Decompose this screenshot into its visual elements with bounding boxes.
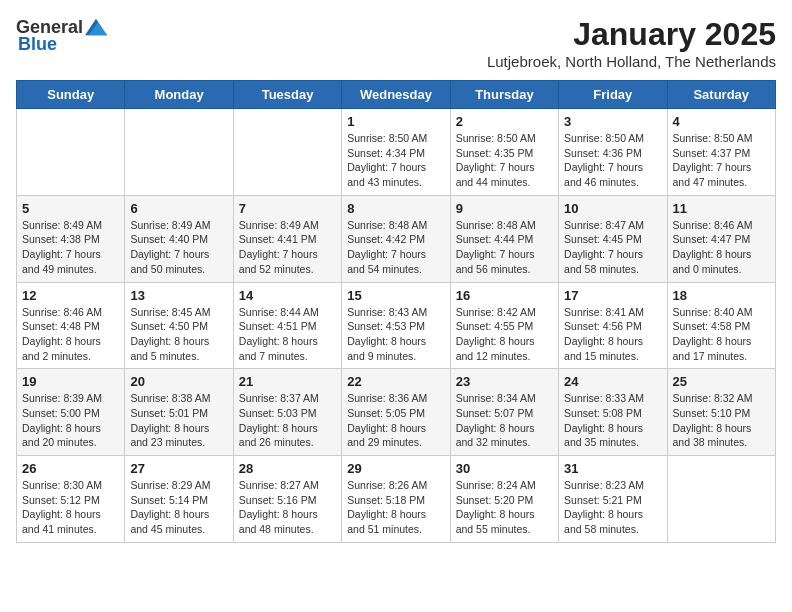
calendar-cell: 13Sunrise: 8:45 AM Sunset: 4:50 PM Dayli… xyxy=(125,282,233,369)
day-number: 9 xyxy=(456,201,553,216)
calendar-cell: 28Sunrise: 8:27 AM Sunset: 5:16 PM Dayli… xyxy=(233,456,341,543)
day-info: Sunrise: 8:29 AM Sunset: 5:14 PM Dayligh… xyxy=(130,478,227,537)
calendar-cell: 19Sunrise: 8:39 AM Sunset: 5:00 PM Dayli… xyxy=(17,369,125,456)
calendar-cell: 21Sunrise: 8:37 AM Sunset: 5:03 PM Dayli… xyxy=(233,369,341,456)
day-info: Sunrise: 8:32 AM Sunset: 5:10 PM Dayligh… xyxy=(673,391,770,450)
day-info: Sunrise: 8:23 AM Sunset: 5:21 PM Dayligh… xyxy=(564,478,661,537)
day-number: 19 xyxy=(22,374,119,389)
logo: General Blue xyxy=(16,16,107,55)
weekday-header-sunday: Sunday xyxy=(17,81,125,109)
day-number: 2 xyxy=(456,114,553,129)
calendar-cell: 4Sunrise: 8:50 AM Sunset: 4:37 PM Daylig… xyxy=(667,109,775,196)
calendar-week-row: 5Sunrise: 8:49 AM Sunset: 4:38 PM Daylig… xyxy=(17,195,776,282)
calendar-week-row: 26Sunrise: 8:30 AM Sunset: 5:12 PM Dayli… xyxy=(17,456,776,543)
calendar-cell: 1Sunrise: 8:50 AM Sunset: 4:34 PM Daylig… xyxy=(342,109,450,196)
day-info: Sunrise: 8:27 AM Sunset: 5:16 PM Dayligh… xyxy=(239,478,336,537)
weekday-header-wednesday: Wednesday xyxy=(342,81,450,109)
day-number: 18 xyxy=(673,288,770,303)
day-info: Sunrise: 8:50 AM Sunset: 4:36 PM Dayligh… xyxy=(564,131,661,190)
day-number: 1 xyxy=(347,114,444,129)
calendar-week-row: 1Sunrise: 8:50 AM Sunset: 4:34 PM Daylig… xyxy=(17,109,776,196)
weekday-header-tuesday: Tuesday xyxy=(233,81,341,109)
calendar-cell: 9Sunrise: 8:48 AM Sunset: 4:44 PM Daylig… xyxy=(450,195,558,282)
day-number: 27 xyxy=(130,461,227,476)
day-number: 6 xyxy=(130,201,227,216)
calendar-cell: 14Sunrise: 8:44 AM Sunset: 4:51 PM Dayli… xyxy=(233,282,341,369)
title-area: January 2025 Lutjebroek, North Holland, … xyxy=(487,16,776,70)
weekday-header-friday: Friday xyxy=(559,81,667,109)
day-info: Sunrise: 8:33 AM Sunset: 5:08 PM Dayligh… xyxy=(564,391,661,450)
calendar-cell: 29Sunrise: 8:26 AM Sunset: 5:18 PM Dayli… xyxy=(342,456,450,543)
calendar-table: SundayMondayTuesdayWednesdayThursdayFrid… xyxy=(16,80,776,543)
weekday-header-monday: Monday xyxy=(125,81,233,109)
calendar-cell: 11Sunrise: 8:46 AM Sunset: 4:47 PM Dayli… xyxy=(667,195,775,282)
calendar-cell: 7Sunrise: 8:49 AM Sunset: 4:41 PM Daylig… xyxy=(233,195,341,282)
day-info: Sunrise: 8:50 AM Sunset: 4:37 PM Dayligh… xyxy=(673,131,770,190)
calendar-cell: 22Sunrise: 8:36 AM Sunset: 5:05 PM Dayli… xyxy=(342,369,450,456)
calendar-week-row: 12Sunrise: 8:46 AM Sunset: 4:48 PM Dayli… xyxy=(17,282,776,369)
weekday-header-thursday: Thursday xyxy=(450,81,558,109)
calendar-cell xyxy=(125,109,233,196)
day-info: Sunrise: 8:26 AM Sunset: 5:18 PM Dayligh… xyxy=(347,478,444,537)
calendar-cell xyxy=(667,456,775,543)
day-number: 21 xyxy=(239,374,336,389)
day-number: 31 xyxy=(564,461,661,476)
calendar-cell: 17Sunrise: 8:41 AM Sunset: 4:56 PM Dayli… xyxy=(559,282,667,369)
logo-icon xyxy=(85,16,107,38)
day-number: 4 xyxy=(673,114,770,129)
calendar-cell: 10Sunrise: 8:47 AM Sunset: 4:45 PM Dayli… xyxy=(559,195,667,282)
location-title: Lutjebroek, North Holland, The Netherlan… xyxy=(487,53,776,70)
day-number: 5 xyxy=(22,201,119,216)
day-number: 26 xyxy=(22,461,119,476)
day-info: Sunrise: 8:49 AM Sunset: 4:41 PM Dayligh… xyxy=(239,218,336,277)
calendar-cell xyxy=(17,109,125,196)
day-info: Sunrise: 8:44 AM Sunset: 4:51 PM Dayligh… xyxy=(239,305,336,364)
calendar-cell: 18Sunrise: 8:40 AM Sunset: 4:58 PM Dayli… xyxy=(667,282,775,369)
calendar-cell: 3Sunrise: 8:50 AM Sunset: 4:36 PM Daylig… xyxy=(559,109,667,196)
day-number: 15 xyxy=(347,288,444,303)
calendar-cell: 6Sunrise: 8:49 AM Sunset: 4:40 PM Daylig… xyxy=(125,195,233,282)
calendar-cell: 30Sunrise: 8:24 AM Sunset: 5:20 PM Dayli… xyxy=(450,456,558,543)
calendar-cell: 20Sunrise: 8:38 AM Sunset: 5:01 PM Dayli… xyxy=(125,369,233,456)
day-number: 14 xyxy=(239,288,336,303)
calendar-cell: 27Sunrise: 8:29 AM Sunset: 5:14 PM Dayli… xyxy=(125,456,233,543)
day-number: 10 xyxy=(564,201,661,216)
day-number: 3 xyxy=(564,114,661,129)
calendar-cell: 5Sunrise: 8:49 AM Sunset: 4:38 PM Daylig… xyxy=(17,195,125,282)
weekday-header-saturday: Saturday xyxy=(667,81,775,109)
day-number: 11 xyxy=(673,201,770,216)
day-info: Sunrise: 8:50 AM Sunset: 4:34 PM Dayligh… xyxy=(347,131,444,190)
day-number: 25 xyxy=(673,374,770,389)
calendar-week-row: 19Sunrise: 8:39 AM Sunset: 5:00 PM Dayli… xyxy=(17,369,776,456)
calendar-cell: 23Sunrise: 8:34 AM Sunset: 5:07 PM Dayli… xyxy=(450,369,558,456)
day-info: Sunrise: 8:49 AM Sunset: 4:40 PM Dayligh… xyxy=(130,218,227,277)
page-header: General Blue January 2025 Lutjebroek, No… xyxy=(16,16,776,70)
day-number: 20 xyxy=(130,374,227,389)
logo-blue-text: Blue xyxy=(18,34,57,55)
day-info: Sunrise: 8:49 AM Sunset: 4:38 PM Dayligh… xyxy=(22,218,119,277)
day-info: Sunrise: 8:36 AM Sunset: 5:05 PM Dayligh… xyxy=(347,391,444,450)
day-info: Sunrise: 8:24 AM Sunset: 5:20 PM Dayligh… xyxy=(456,478,553,537)
day-info: Sunrise: 8:42 AM Sunset: 4:55 PM Dayligh… xyxy=(456,305,553,364)
day-info: Sunrise: 8:43 AM Sunset: 4:53 PM Dayligh… xyxy=(347,305,444,364)
calendar-cell: 25Sunrise: 8:32 AM Sunset: 5:10 PM Dayli… xyxy=(667,369,775,456)
calendar-cell: 26Sunrise: 8:30 AM Sunset: 5:12 PM Dayli… xyxy=(17,456,125,543)
day-info: Sunrise: 8:45 AM Sunset: 4:50 PM Dayligh… xyxy=(130,305,227,364)
calendar-cell xyxy=(233,109,341,196)
calendar-cell: 16Sunrise: 8:42 AM Sunset: 4:55 PM Dayli… xyxy=(450,282,558,369)
day-number: 16 xyxy=(456,288,553,303)
day-info: Sunrise: 8:46 AM Sunset: 4:47 PM Dayligh… xyxy=(673,218,770,277)
day-number: 22 xyxy=(347,374,444,389)
day-info: Sunrise: 8:41 AM Sunset: 4:56 PM Dayligh… xyxy=(564,305,661,364)
day-number: 8 xyxy=(347,201,444,216)
day-info: Sunrise: 8:37 AM Sunset: 5:03 PM Dayligh… xyxy=(239,391,336,450)
calendar-cell: 31Sunrise: 8:23 AM Sunset: 5:21 PM Dayli… xyxy=(559,456,667,543)
day-info: Sunrise: 8:38 AM Sunset: 5:01 PM Dayligh… xyxy=(130,391,227,450)
day-info: Sunrise: 8:46 AM Sunset: 4:48 PM Dayligh… xyxy=(22,305,119,364)
day-number: 29 xyxy=(347,461,444,476)
day-number: 7 xyxy=(239,201,336,216)
calendar-cell: 24Sunrise: 8:33 AM Sunset: 5:08 PM Dayli… xyxy=(559,369,667,456)
day-info: Sunrise: 8:34 AM Sunset: 5:07 PM Dayligh… xyxy=(456,391,553,450)
day-info: Sunrise: 8:30 AM Sunset: 5:12 PM Dayligh… xyxy=(22,478,119,537)
day-number: 30 xyxy=(456,461,553,476)
